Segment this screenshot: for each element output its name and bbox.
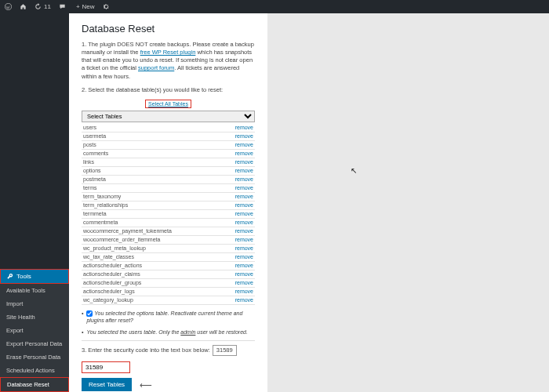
gear-icon[interactable] — [103, 3, 110, 10]
table-name: wc_tax_rate_classes — [83, 254, 134, 260]
users-note: • You selected the users table. Only the… — [82, 328, 255, 336]
remove-link[interactable]: remove — [235, 220, 253, 225]
sidebar-item-export[interactable]: Export — [0, 324, 69, 337]
remove-link[interactable]: remove — [235, 263, 253, 268]
remove-link[interactable]: remove — [235, 254, 253, 260]
new-button[interactable]: +New — [76, 3, 95, 10]
table-row: actionscheduler_logsremove — [82, 288, 255, 296]
table-name: terms — [83, 185, 97, 191]
reset-tables-button[interactable]: Reset Tables — [82, 378, 132, 391]
wp-reset-link[interactable]: free WP Reset plugin — [140, 49, 196, 56]
table-row: linksremove — [82, 158, 255, 167]
table-name: wc_product_meta_lookup — [83, 245, 146, 251]
remove-link[interactable]: remove — [235, 133, 253, 139]
remove-link[interactable]: remove — [235, 211, 253, 216]
table-row: wc_category_lookupremove — [82, 296, 255, 305]
table-name: actionscheduler_claims — [83, 271, 140, 277]
table-name: woocommerce_order_itemmeta — [83, 237, 160, 242]
sidebar-item-label: Tools — [16, 273, 31, 280]
table-name: wc_category_lookup — [83, 297, 133, 303]
table-row: postmetaremove — [82, 176, 255, 184]
home-icon[interactable] — [20, 3, 27, 10]
table-row: woocommerce_order_itemmetaremove — [82, 236, 255, 245]
comments-icon[interactable] — [59, 3, 68, 10]
table-name: links — [83, 159, 94, 165]
admin-bar: 11 +New — [0, 0, 549, 13]
remove-link[interactable]: remove — [235, 297, 253, 303]
sidebar-item-database-reset[interactable]: Database Reset — [0, 377, 69, 392]
table-row: term_relationshipsremove — [82, 201, 255, 210]
table-row: usermetaremove — [82, 132, 255, 141]
table-name: postmeta — [83, 176, 106, 182]
sidebar-item-available-tools[interactable]: Available Tools — [0, 284, 69, 297]
table-name: term_relationships — [83, 202, 128, 208]
remove-link[interactable]: remove — [235, 228, 253, 234]
table-name: commentmeta — [83, 220, 118, 225]
table-row: woocommerce_payment_tokenmetaremove — [82, 227, 255, 236]
remove-link[interactable]: remove — [235, 185, 253, 191]
reactivate-checkbox[interactable] — [86, 310, 93, 317]
table-name: usermeta — [83, 133, 106, 139]
table-name: actionscheduler_groups — [83, 280, 141, 285]
table-row: actionscheduler_groupsremove — [82, 279, 255, 288]
arrow-annotation: ⟵ — [140, 380, 152, 390]
step3-text: 3. Enter the security code into the text… — [82, 345, 255, 356]
divider — [82, 340, 255, 341]
security-code-display: 31589 — [213, 345, 237, 356]
table-row: optionsremove — [82, 167, 255, 176]
remove-link[interactable]: remove — [235, 237, 253, 242]
table-name: options — [83, 168, 101, 173]
table-row: commentsremove — [82, 150, 255, 158]
remove-link[interactable]: remove — [235, 168, 253, 173]
table-name: actionscheduler_actions — [83, 263, 142, 268]
remove-link[interactable]: remove — [235, 289, 253, 294]
table-name: termmeta — [83, 211, 107, 216]
tables-select[interactable]: Select Tables — [82, 111, 255, 122]
table-name: woocommerce_payment_tokenmeta — [83, 228, 172, 234]
wrench-icon — [6, 273, 13, 280]
options-note: • You selected the options table. Reacti… — [82, 310, 255, 324]
table-row: wc_product_meta_lookupremove — [82, 245, 255, 253]
admin-sidebar: Tools Available Tools Import Site Health… — [0, 13, 69, 392]
updates-icon[interactable]: 11 — [35, 3, 51, 10]
content-area: Database Reset 1. The plugin DOES NOT cr… — [69, 13, 549, 392]
table-name: actionscheduler_logs — [83, 289, 135, 294]
remove-link[interactable]: remove — [235, 245, 253, 251]
remove-link[interactable]: remove — [235, 176, 253, 182]
svg-point-0 — [5, 3, 11, 9]
security-code-input[interactable] — [82, 361, 130, 373]
table-row: actionscheduler_actionsremove — [82, 262, 255, 270]
sidebar-item-import[interactable]: Import — [0, 297, 69, 310]
select-all-tables-link[interactable]: Select All Tables — [145, 100, 191, 108]
remove-link[interactable]: remove — [235, 142, 253, 147]
remove-link[interactable]: remove — [235, 202, 253, 208]
table-row: postsremove — [82, 141, 255, 150]
support-forum-link[interactable]: support forum — [138, 64, 174, 71]
remove-link[interactable]: remove — [235, 280, 253, 285]
remove-link[interactable]: remove — [235, 271, 253, 277]
remove-link[interactable]: remove — [235, 151, 253, 156]
tables-list: usersremoveusermetaremovepostsremovecomm… — [82, 124, 255, 305]
table-name: comments — [83, 151, 108, 156]
table-row: termsremove — [82, 184, 255, 193]
sidebar-item-erase-personal[interactable]: Erase Personal Data — [0, 350, 69, 364]
page-title: Database Reset — [82, 23, 255, 34]
table-row: termmetaremove — [82, 210, 255, 219]
cursor-icon: ↖ — [351, 166, 357, 175]
table-row: wc_tax_rate_classesremove — [82, 253, 255, 262]
sidebar-item-site-health[interactable]: Site Health — [0, 310, 69, 324]
remove-link[interactable]: remove — [235, 194, 253, 199]
step2-text: 2. Select the database table(s) you woul… — [82, 86, 255, 94]
remove-link[interactable]: remove — [235, 125, 253, 130]
wp-logo[interactable] — [5, 3, 12, 10]
step1-text: 1. The plugin DOES NOT create backups. P… — [82, 41, 255, 81]
table-name: term_taxonomy — [83, 194, 121, 199]
remove-link[interactable]: remove — [235, 159, 253, 165]
sidebar-item-export-personal[interactable]: Export Personal Data — [0, 337, 69, 350]
table-row: actionscheduler_claimsremove — [82, 270, 255, 279]
table-row: usersremove — [82, 124, 255, 132]
table-name: posts — [83, 142, 96, 147]
sidebar-item-tools[interactable]: Tools — [0, 269, 69, 284]
sidebar-item-scheduled-actions[interactable]: Scheduled Actions — [0, 364, 69, 377]
table-row: commentmetaremove — [82, 219, 255, 227]
